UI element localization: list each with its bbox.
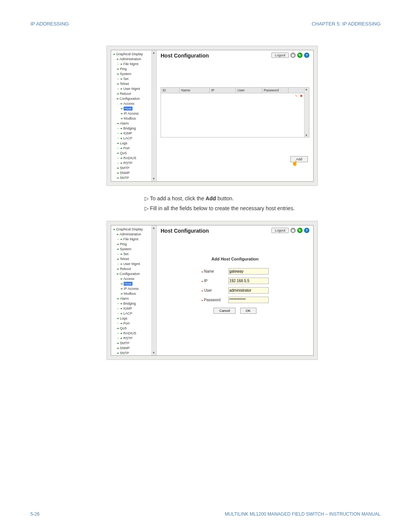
- tree-item[interactable]: ➜Logs: [113, 316, 156, 321]
- save-icon[interactable]: ◉: [290, 228, 296, 233]
- tree-item[interactable]: +➜Statistics: [113, 181, 156, 181]
- ip-label: IP: [202, 279, 228, 283]
- tree-item[interactable]: -➜Configuration: [113, 96, 156, 101]
- tree-item[interactable]: +➜Port: [113, 146, 156, 151]
- tree-item[interactable]: ➜SMTP: [113, 341, 156, 346]
- col-name: Name: [180, 88, 210, 93]
- tree-item[interactable]: +➜RADIUS: [113, 331, 156, 336]
- tree-item[interactable]: +➜IGMP: [113, 131, 156, 136]
- ip-input[interactable]: [228, 278, 269, 284]
- tree-item[interactable]: +➜File Mgmt: [113, 237, 156, 242]
- tree-item[interactable]: ➜Ping: [113, 67, 156, 72]
- tree-item[interactable]: ➜SMTP: [113, 166, 156, 171]
- cancel-button[interactable]: Cancel: [213, 308, 236, 314]
- tree-item[interactable]: +➜Set: [113, 77, 156, 81]
- password-label: Password: [202, 298, 228, 302]
- col-ip: IP: [210, 88, 236, 93]
- tree-item[interactable]: ➜QoS: [113, 326, 156, 331]
- tree-item[interactable]: +➜RSTP: [113, 161, 156, 166]
- table-row: ✎ ✖: [161, 93, 309, 99]
- tree-item[interactable]: ➜Graphical Display: [113, 52, 156, 57]
- header-right: CHAPTER 5: IP ADDRESSING: [312, 21, 381, 27]
- tree-item[interactable]: +➜Set: [113, 252, 156, 257]
- tree-item[interactable]: ➜SNTP: [113, 351, 156, 355]
- tree-item[interactable]: ➜QoS: [113, 151, 156, 156]
- save-icon[interactable]: ◉: [290, 53, 296, 58]
- edit-icon[interactable]: ✎: [295, 94, 298, 98]
- name-input[interactable]: [228, 268, 269, 275]
- tree-item[interactable]: +➜User Mgmt: [113, 262, 156, 267]
- ok-button[interactable]: OK: [240, 308, 256, 314]
- tree-item[interactable]: ➜Reboot: [113, 91, 156, 96]
- tree-item[interactable]: -➜Administration: [113, 232, 156, 237]
- col-password: Password: [262, 88, 288, 93]
- col-user: User: [236, 88, 262, 93]
- user-input[interactable]: [228, 287, 269, 294]
- tree-item[interactable]: ➜System: [113, 247, 156, 252]
- tree-item[interactable]: +➜Bridging: [113, 301, 156, 306]
- tree-item[interactable]: ➜Modbus: [113, 116, 156, 121]
- tree-item[interactable]: ➜SNMP: [113, 346, 156, 351]
- table-scrollbar[interactable]: [304, 88, 309, 137]
- tree-item[interactable]: -➜Administration: [113, 57, 156, 62]
- tree-item[interactable]: ➜Host: [113, 281, 156, 286]
- screenshot-2: ➜Graphical Display-➜Administration+➜File…: [107, 221, 318, 360]
- form-title: Add Host Configuration: [161, 257, 309, 261]
- tree-item[interactable]: ➜SNMP: [113, 171, 156, 176]
- tree-item[interactable]: ➜System: [113, 72, 156, 77]
- refresh-icon[interactable]: ↻: [297, 228, 303, 233]
- tree-item[interactable]: ➜SNTP: [113, 176, 156, 181]
- logout-button[interactable]: Logout: [271, 228, 289, 233]
- tree-item[interactable]: ➜IP Access: [113, 286, 156, 291]
- refresh-icon[interactable]: ↻: [297, 53, 303, 58]
- help-icon[interactable]: ?: [304, 53, 309, 58]
- delete-icon[interactable]: ✖: [300, 94, 303, 98]
- tree-item[interactable]: ➜Reboot: [113, 267, 156, 272]
- tree-item[interactable]: +➜RSTP: [113, 336, 156, 341]
- tree-item[interactable]: -➜Configuration: [113, 272, 156, 276]
- tree-item[interactable]: ➜Host: [113, 106, 156, 111]
- tree-item[interactable]: ➜Modbus: [113, 291, 156, 296]
- tree-item[interactable]: -➜Access: [113, 101, 156, 106]
- nav-tree: ➜Graphical Display-➜Administration+➜File…: [111, 225, 157, 355]
- password-input[interactable]: [228, 297, 269, 303]
- tree-item[interactable]: ➜Telnet: [113, 257, 156, 262]
- tree-item[interactable]: +➜Port: [113, 321, 156, 326]
- tree-item[interactable]: +➜LACP: [113, 136, 156, 141]
- tree-item[interactable]: -➜Access: [113, 276, 156, 281]
- tree-item[interactable]: +➜RADIUS: [113, 156, 156, 161]
- page-number: 5-26: [30, 511, 40, 517]
- tree-item[interactable]: +➜User Mgmt: [113, 86, 156, 91]
- screenshot-1: ➜Graphical Display-➜Administration+➜File…: [107, 46, 318, 186]
- tree-scrollbar[interactable]: [151, 50, 156, 181]
- logout-button[interactable]: Logout: [271, 53, 289, 58]
- instructions: ▷To add a host, click the Add button. ▷F…: [145, 193, 381, 213]
- tree-item[interactable]: ➜Logs: [113, 141, 156, 146]
- name-label: Name: [202, 269, 228, 273]
- user-label: User: [202, 288, 228, 292]
- tree-item[interactable]: ➜Telnet: [113, 81, 156, 86]
- tree-item[interactable]: ➜Alarm: [113, 296, 156, 301]
- tree-item[interactable]: ➜Ping: [113, 242, 156, 247]
- tree-item[interactable]: +➜LACP: [113, 311, 156, 316]
- tree-item[interactable]: ➜IP Access: [113, 111, 156, 116]
- tree-item[interactable]: +➜File Mgmt: [113, 62, 156, 67]
- header-left: IP ADDRESSING: [30, 21, 69, 27]
- footer-title: MULTILINK ML1200 MANAGED FIELD SWITCH – …: [225, 511, 381, 517]
- tree-item[interactable]: ➜Alarm: [113, 121, 156, 126]
- help-icon[interactable]: ?: [304, 228, 309, 233]
- nav-tree: ➜Graphical Display-➜Administration+➜File…: [111, 50, 157, 181]
- tree-item[interactable]: +➜Bridging: [113, 126, 156, 131]
- tree-item[interactable]: ➜Graphical Display: [113, 227, 156, 232]
- tree-item[interactable]: +➜IGMP: [113, 306, 156, 311]
- col-id: ID: [161, 88, 180, 93]
- tree-scrollbar[interactable]: [151, 225, 156, 355]
- host-table: ID Name IP User Password ✎ ✖: [161, 87, 309, 137]
- cursor-icon: ☝: [292, 160, 298, 166]
